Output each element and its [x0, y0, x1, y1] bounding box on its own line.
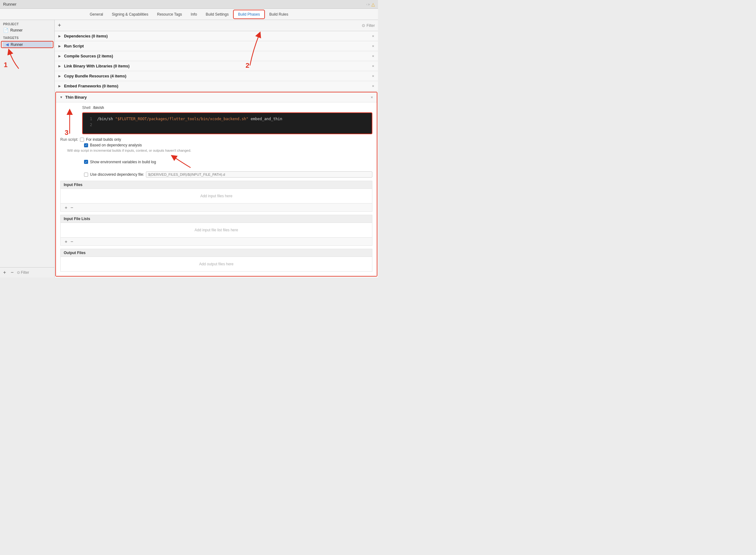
phase-compile-header[interactable]: ▶ Compile Sources (2 items) × — [55, 51, 378, 61]
input-files-minus-button[interactable]: − — [70, 205, 74, 210]
phase-thin-binary-title: Thin Binary — [65, 95, 87, 99]
phase-copy-title: Copy Bundle Resources (4 items) — [64, 74, 126, 78]
sidebar-filter[interactable]: ⊙ Filter — [17, 270, 29, 275]
phase-compile: ▶ Compile Sources (2 items) × — [55, 51, 378, 61]
phase-copy-header[interactable]: ▶ Copy Bundle Resources (4 items) × — [55, 71, 378, 81]
line-num-2: 2 — [87, 122, 92, 128]
sidebar-item-target-runner[interactable]: ◀ Runner — [2, 41, 52, 48]
dep-analysis-label: Based on dependency analysis — [90, 143, 142, 147]
phase-embed-close[interactable]: × — [372, 84, 374, 88]
input-files-add-button[interactable]: + — [64, 205, 69, 210]
input-file-lists-add-button[interactable]: + — [64, 239, 69, 244]
output-files-section: Output Files Add output files here — [60, 249, 372, 271]
code-string: "$FLUTTER_ROOT/packages/flutter_tools/bi… — [115, 117, 248, 121]
phase-copy: ▶ Copy Bundle Resources (4 items) × — [55, 71, 378, 81]
sidebar-minus-button[interactable]: − — [9, 269, 15, 276]
collapse-arrow-icon: ▶ — [58, 44, 62, 48]
dep-file-row: Use discovered dependency file: — [60, 171, 372, 178]
thin-binary-content: 3 Shell /bin/sh 1 — [56, 102, 377, 276]
phase-copy-close[interactable]: × — [372, 74, 374, 78]
phase-dependencies: ▶ Dependencies (0 items) × — [55, 31, 378, 41]
sidebar-add-button[interactable]: + — [2, 269, 7, 276]
filter-circle-icon: ⊙ — [362, 23, 365, 28]
phase-thin-binary: ▼ Thin Binary × — [55, 92, 377, 276]
dep-hint: Will skip script in incremental builds i… — [67, 148, 372, 152]
phase-link-header[interactable]: ▶ Link Binary With Libraries (0 items) × — [55, 61, 378, 71]
dep-analysis-checkbox[interactable] — [84, 143, 88, 147]
tab-resource[interactable]: Resource Tags — [153, 10, 187, 18]
back-arrow-icon[interactable]: ‹ — [366, 2, 367, 7]
input-file-lists-minus-button[interactable]: − — [70, 239, 74, 244]
phase-run-script-header[interactable]: ▶ Run Script × — [55, 41, 378, 51]
code-content-1: /bin/sh "$FLUTTER_ROOT/packages/flutter_… — [97, 116, 282, 122]
input-files-placeholder: Add input files here — [60, 189, 372, 204]
dep-file-input[interactable] — [146, 171, 372, 178]
env-vars-row: Show environment variables in build log — [60, 154, 372, 170]
output-files-header: Output Files — [60, 249, 372, 257]
collapse-arrow-icon: ▶ — [58, 34, 62, 38]
phase-embed: ▶ Embed Frameworks (0 items) × — [55, 81, 378, 91]
input-files-section: Input Files Add input files here + − — [60, 181, 372, 212]
phase-thin-binary-close[interactable]: × — [370, 95, 373, 99]
input-file-lists-section: Input File Lists Add input file list fil… — [60, 215, 372, 246]
annotation-arrow-3 — [60, 105, 79, 137]
forward-arrow-icon[interactable]: › — [368, 2, 369, 7]
phase-link-title: Link Binary With Libraries (0 items) — [64, 64, 130, 68]
shell-value: /bin/sh — [93, 105, 104, 110]
tab-build-phases[interactable]: Build Phases — [233, 10, 265, 19]
phase-embed-header[interactable]: ▶ Embed Frameworks (0 items) × — [55, 81, 378, 91]
filter-text: Filter — [366, 24, 375, 28]
annotation-arrow-1 — [3, 48, 31, 70]
install-only-label: For install builds only — [86, 137, 121, 142]
phase-dependencies-header[interactable]: ▶ Dependencies (0 items) × — [55, 31, 378, 41]
thin-binary-arrow-icon: ▼ — [60, 95, 64, 99]
warning-icon: △ — [371, 2, 375, 7]
phase-run-script: ▶ Run Script × — [55, 41, 378, 51]
tab-build-rules[interactable]: Build Rules — [265, 10, 293, 18]
sidebar-project-name: Runner — [10, 28, 23, 33]
phase-run-script-title: Run Script — [64, 44, 84, 48]
phase-link-close[interactable]: × — [372, 64, 374, 68]
input-file-lists-placeholder: Add input file list files here — [60, 223, 372, 238]
titlebar: Runner ‹ › △ — [0, 0, 378, 9]
dep-analysis-row: Based on dependency analysis — [60, 143, 372, 147]
env-vars-checkbox[interactable] — [84, 160, 88, 164]
script-options: Run script: For install builds only Base… — [60, 137, 372, 178]
install-only-row: Run script: For install builds only — [60, 137, 372, 142]
phase-run-script-close[interactable]: × — [372, 44, 374, 48]
input-file-lists-controls: + − — [60, 238, 372, 246]
phase-dependencies-title: Dependencies (0 items) — [64, 34, 108, 38]
dep-file-checkbox[interactable] — [84, 173, 88, 177]
tabbar: General Signing & Capabilities Resource … — [0, 9, 378, 20]
targets-section-label: TARGETS — [0, 34, 54, 41]
tab-info[interactable]: Info — [187, 10, 201, 18]
line-num-1: 1 — [87, 116, 92, 122]
content-filter[interactable]: ⊙ Filter — [362, 23, 375, 28]
project-section-label: PROJECT — [0, 20, 54, 27]
sidebar-bottom: + − ⊙ Filter — [0, 267, 54, 278]
annotation-label-1: 1 — [4, 61, 7, 69]
code-line-1: 1 /bin/sh "$FLUTTER_ROOT/packages/flutte… — [87, 116, 367, 122]
phase-thin-binary-header[interactable]: ▼ Thin Binary × — [56, 92, 377, 102]
tab-build-settings[interactable]: Build Settings — [201, 10, 233, 18]
phase-compile-close[interactable]: × — [372, 54, 374, 58]
annotation-label-3: 3 — [65, 129, 69, 137]
collapse-arrow-icon: ▶ — [58, 54, 62, 58]
input-files-header: Input Files — [60, 181, 372, 189]
phase-dependencies-close[interactable]: × — [372, 34, 374, 38]
collapse-arrow-icon: ▶ — [58, 74, 62, 78]
content-toolbar: + ⊙ Filter — [55, 20, 378, 31]
code-editor[interactable]: 1 /bin/sh "$FLUTTER_ROOT/packages/flutte… — [82, 112, 372, 134]
tab-general[interactable]: General — [85, 10, 108, 18]
phases-list: ▶ Dependencies (0 items) × ▶ Run Script … — [55, 31, 378, 278]
add-phase-button[interactable]: + — [58, 22, 61, 29]
install-only-checkbox[interactable] — [80, 138, 84, 142]
filter-icon: ⊙ — [17, 270, 20, 275]
sidebar-item-project[interactable]: 📄 Runner — [0, 27, 54, 34]
target-icon: ◀ — [6, 42, 9, 47]
input-file-lists-header: Input File Lists — [60, 215, 372, 223]
tab-signing[interactable]: Signing & Capabilities — [108, 10, 153, 18]
run-script-label: Run script: — [60, 137, 78, 142]
sidebar-target-name: Runner — [11, 42, 23, 47]
code-prefix: /bin/sh — [97, 117, 115, 121]
